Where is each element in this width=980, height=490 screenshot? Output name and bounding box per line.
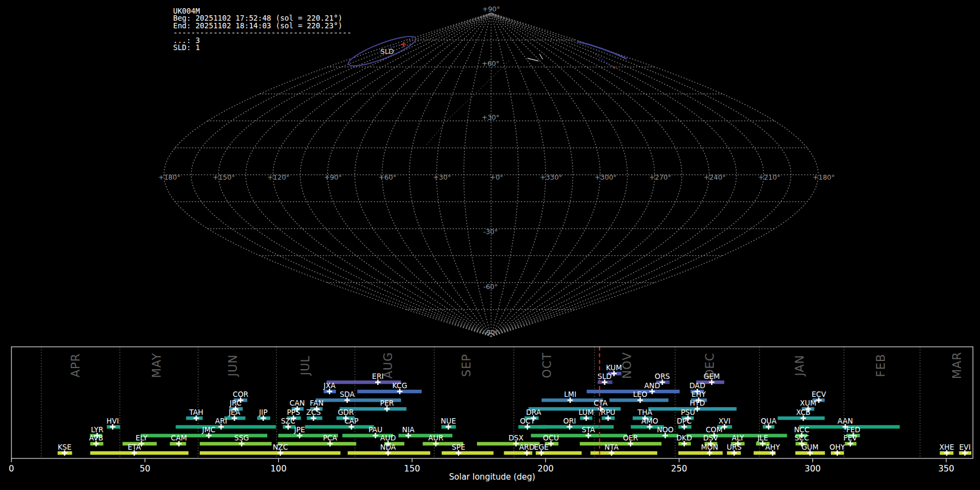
observation-info-block: UK004M Beg: 20251102 17:52:48 (sol = 220… bbox=[173, 8, 351, 51]
meteor-end-point bbox=[614, 67, 615, 69]
shower-label-ECV: ECV bbox=[812, 390, 826, 399]
shower-label-JIP: JIP bbox=[259, 408, 268, 416]
month-label-FEB: FEB bbox=[874, 354, 887, 377]
shower-label-OER: OER bbox=[623, 434, 638, 442]
sky-lon-label-+150°: +150° bbox=[213, 173, 235, 181]
shower-label-ELY: ELY bbox=[136, 434, 148, 442]
shower-bar-OER bbox=[580, 442, 661, 446]
month-label-JUN: JUN bbox=[226, 354, 240, 377]
shower-label-STA: STA bbox=[581, 426, 595, 434]
shower-peak-marker-KCG bbox=[397, 389, 402, 394]
shower-label-LMI: LMI bbox=[564, 390, 577, 399]
shower-label-JRC: JRC bbox=[229, 399, 242, 407]
shower-peak-marker-JMC bbox=[206, 433, 212, 438]
shower-bar-ETA bbox=[90, 451, 189, 455]
shower-label-TAH: TAH bbox=[188, 408, 203, 416]
shower-peak-marker-NZC bbox=[278, 450, 283, 456]
shower-peak-marker-OCU bbox=[548, 441, 554, 446]
shower-peak-marker-LEO bbox=[638, 397, 643, 403]
shower-label-NUE: NUE bbox=[441, 417, 456, 425]
shower-label-GUM: GUM bbox=[801, 443, 818, 451]
shower-peak-marker-XVI bbox=[722, 424, 727, 430]
x-tick-label-100: 100 bbox=[271, 464, 287, 474]
shower-peak-marker-NTA bbox=[609, 450, 614, 456]
shower-peak-marker-NUE bbox=[446, 424, 451, 430]
sporadic-meteor-trail-1 bbox=[528, 58, 538, 61]
shower-label-EHY: EHY bbox=[691, 390, 706, 399]
shower-peak-marker-QUA bbox=[766, 424, 771, 430]
sky-lat-label--30°: -30° bbox=[483, 228, 498, 236]
shower-peak-marker-SDA bbox=[345, 397, 350, 403]
shower-label-ALY: ALY bbox=[732, 434, 745, 442]
shower-peak-marker-AND bbox=[650, 389, 655, 394]
shower-label-ORI: ORI bbox=[564, 417, 576, 425]
shower-bar-KCG bbox=[357, 390, 421, 394]
x-axis-title: Solar longitude (deg) bbox=[449, 472, 535, 482]
shower-label-THA: THA bbox=[637, 408, 652, 416]
meteor-dotted-track bbox=[591, 51, 614, 68]
month-label-MAR: MAR bbox=[951, 352, 964, 379]
shower-label-XHE: XHE bbox=[939, 443, 954, 451]
shower-label-JLE: JLE bbox=[757, 434, 768, 442]
shower-label-DAD: DAD bbox=[689, 382, 705, 390]
shower-bar-MON bbox=[678, 451, 722, 455]
shower-peak-marker-JLE bbox=[760, 441, 765, 446]
shower-label-AVB: AVB bbox=[89, 434, 103, 442]
shower-label-DSX: DSX bbox=[509, 434, 524, 442]
shower-label-SPE: SPE bbox=[452, 443, 465, 451]
shower-peak-marker-JIP bbox=[261, 415, 266, 421]
shower-label-EVI: EVI bbox=[959, 443, 971, 451]
shower-bar-NOO bbox=[633, 434, 678, 438]
shower-bar-ORI bbox=[539, 425, 614, 429]
shower-label-KSE: KSE bbox=[58, 443, 71, 451]
month-label-SEP: SEP bbox=[460, 354, 473, 377]
shower-label-NDA: NDA bbox=[380, 443, 396, 451]
shower-label-QUA: QUA bbox=[761, 417, 776, 425]
shower-label-SDA: SDA bbox=[340, 390, 354, 399]
shower-label-AUD: AUD bbox=[380, 434, 396, 442]
shower-label-JXA: JXA bbox=[323, 382, 335, 390]
sky-lon-label-+90°: +90° bbox=[324, 173, 342, 181]
shower-peak-marker-EVI bbox=[962, 450, 967, 456]
shower-peak-marker-RPU bbox=[605, 415, 611, 421]
shower-peak-marker-PCA bbox=[327, 441, 333, 446]
shower-peak-marker-ERI bbox=[375, 379, 381, 385]
shower-label-CAN: CAN bbox=[290, 399, 305, 407]
shower-peak-marker-ECV bbox=[816, 397, 822, 403]
shower-label-FAN: FAN bbox=[310, 399, 323, 407]
shower-peak-marker-FEV bbox=[848, 441, 853, 446]
shower-label-ARI: ARI bbox=[215, 417, 227, 425]
shower-peak-marker-NDA bbox=[385, 450, 391, 456]
activity-timeline: APRMAYJUNJULAUGSEPOCTNOVDECJANFEBMARKUME… bbox=[9, 347, 973, 482]
sky-lon-label-+0°: +0° bbox=[490, 173, 504, 181]
shower-label-LUM: LUM bbox=[579, 408, 594, 416]
sky-lat-label--90°: -90° bbox=[484, 328, 499, 336]
shower-peak-marker-XHE bbox=[944, 450, 950, 456]
shower-peak-marker-HYD bbox=[695, 406, 700, 412]
sky-lat-label-+30°: +30° bbox=[482, 113, 500, 121]
shower-label-HYD: HYD bbox=[690, 399, 705, 407]
x-tick-label-300: 300 bbox=[805, 464, 821, 474]
shower-peak-marker-JPE bbox=[297, 433, 302, 438]
month-label-NOV: NOV bbox=[621, 352, 634, 378]
shower-label-ZCS: ZCS bbox=[307, 408, 321, 416]
x-tick-label-200: 200 bbox=[537, 464, 554, 474]
shower-label-EGE: EGE bbox=[534, 443, 549, 451]
shower-label-SSG: SSG bbox=[234, 434, 249, 442]
shower-bar-SPE bbox=[442, 451, 493, 455]
shower-label-AUR: AUR bbox=[428, 434, 444, 442]
faint-dotted-track bbox=[426, 61, 509, 146]
shower-peak-marker-SLD bbox=[602, 379, 608, 385]
shower-bar-CAP bbox=[305, 425, 374, 429]
sky-lon-label-+180°: +180° bbox=[158, 173, 181, 181]
shower-peak-marker-OER bbox=[628, 441, 633, 446]
shower-peak-marker-URS bbox=[731, 450, 737, 456]
x-tick-label-0: 0 bbox=[9, 464, 14, 474]
shower-peak-marker-CAP bbox=[348, 424, 354, 430]
shower-label-DPC: DPC bbox=[677, 417, 691, 425]
shower-label-PSU: PSU bbox=[681, 408, 695, 416]
sky-map: +180°+150°+120°+90°+60°+30°+0°+330°+300°… bbox=[158, 5, 835, 336]
shower-label-JPE: JPE bbox=[293, 426, 305, 434]
sky-lon-label-+300°: +300° bbox=[595, 173, 617, 181]
shower-peak-marker-TAH bbox=[193, 415, 199, 421]
